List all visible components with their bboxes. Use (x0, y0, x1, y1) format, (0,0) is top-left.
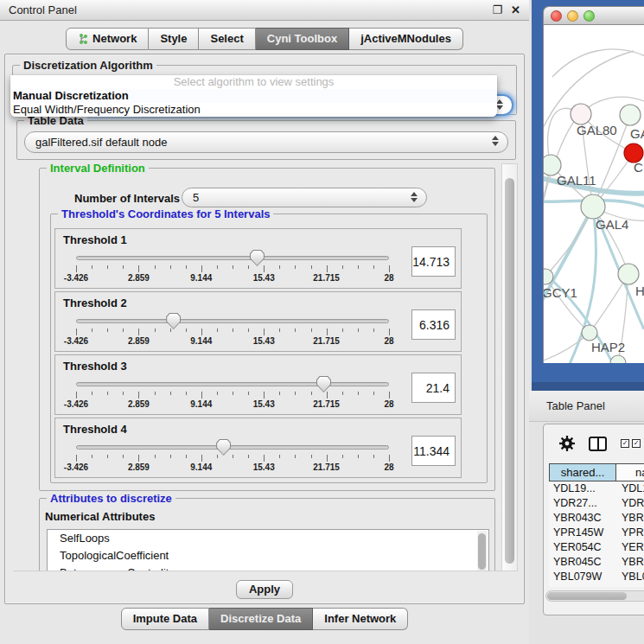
mac-zoom-button[interactable] (583, 10, 595, 22)
network-window: GAL80GACGAL11GAL4GCY1HHAP2 (543, 6, 644, 364)
threshold-slider[interactable]: -3.4262.8599.14415.4321.71528 (76, 376, 389, 414)
slider-thumb[interactable] (166, 313, 181, 329)
gear-icon[interactable] (559, 436, 575, 451)
slider-track[interactable] (76, 445, 389, 450)
network-node[interactable] (581, 194, 605, 219)
slider-track[interactable] (76, 256, 389, 260)
network-edge[interactable] (552, 49, 644, 77)
table-cell[interactable]: YDR27... (549, 496, 616, 511)
show-columns-icon[interactable] (589, 437, 607, 451)
dropdown-option-equal-width-frequency-discretization[interactable]: Equal Width/Frequency Discretization (10, 103, 497, 117)
list-scrollbar[interactable] (477, 531, 488, 571)
tab-network[interactable]: Network (66, 28, 149, 50)
threshold-value-field[interactable] (411, 246, 456, 277)
tab-select[interactable]: Select (199, 28, 255, 50)
threshold-label: Threshold 1 (63, 233, 127, 246)
node-table: shared...na YDL19...YDL1YDR27...YDR2YBR0… (549, 463, 644, 587)
threshold-slider[interactable]: -3.4262.8599.14415.4321.71528 (76, 250, 389, 288)
table-cell[interactable]: YDL1 (616, 481, 644, 496)
threshold-slider[interactable]: -3.4262.8599.14415.4321.71528 (76, 313, 389, 351)
tab-infer-network[interactable]: Infer Network (313, 608, 408, 630)
tab-cyni-toolbox[interactable]: Cyni Toolbox (256, 28, 349, 50)
slider-thumb[interactable] (316, 376, 331, 392)
mac-minimize-button[interactable] (567, 10, 578, 22)
network-window-titlebar[interactable] (543, 6, 644, 25)
threshold-slider[interactable]: -3.4262.8599.14415.4321.71528 (76, 439, 389, 477)
slider-tick-labels: -3.4262.8599.14415.4321.71528 (76, 336, 389, 347)
slider-track[interactable] (76, 319, 389, 323)
slider-thumb[interactable] (250, 250, 265, 266)
dropdown-placeholder: Select algorithm to view settings (10, 75, 497, 89)
network-node[interactable] (582, 325, 597, 341)
select-all-checkboxes-icon[interactable]: ✓✓ (621, 439, 641, 448)
tab-style[interactable]: Style (149, 28, 199, 50)
column-header-shared[interactable]: shared... (549, 463, 616, 481)
network-canvas[interactable]: GAL80GACGAL11GAL4GCY1HHAP2 (543, 25, 644, 363)
table-cell[interactable]: YLR345W (549, 584, 616, 587)
table-cell[interactable]: YDL19... (549, 481, 616, 496)
network-node[interactable] (610, 355, 626, 363)
panel-scrollbar[interactable] (501, 163, 518, 571)
table-row[interactable]: YBR045CYBR0 (549, 555, 644, 570)
interval-definition-label: Interval Definition (47, 163, 149, 175)
table-cell[interactable]: YDR2 (616, 496, 644, 511)
table-toolbar: ✓✓ (544, 424, 644, 462)
table-cell[interactable]: YER054C (549, 540, 616, 555)
table-cell[interactable]: YER0 (616, 540, 644, 555)
network-node[interactable] (620, 105, 641, 125)
network-node-label-gcy1: GCY1 (544, 285, 577, 300)
right-column: GAL80GACGAL11GAL4GCY1HHAP2 Table Panel ✓… (529, 0, 644, 644)
network-node[interactable] (618, 264, 639, 284)
table-row[interactable]: YDR27...YDR2 (549, 496, 644, 511)
slider-track[interactable] (76, 382, 389, 386)
thresholds-group-label: Threshold's Coordinates for 5 Intervals (58, 207, 273, 220)
apply-button[interactable]: Apply (236, 580, 293, 599)
table-cell[interactable]: YBL079W (549, 570, 616, 584)
table-cell[interactable]: YBR0 (616, 511, 644, 526)
threshold-value-field[interactable] (411, 436, 456, 466)
table-cell[interactable]: YBR043C (549, 511, 616, 526)
table-row[interactable]: YER054CYER0 (549, 540, 644, 555)
table-data-combobox[interactable]: galFiltered.sif default node (24, 131, 508, 153)
tab-discretize-data[interactable]: Discretize Data (209, 608, 313, 630)
tab-label: Discretize Data (220, 612, 301, 625)
column-header-na[interactable]: na (616, 463, 644, 481)
threshold-value-field[interactable] (411, 309, 456, 340)
table-row[interactable]: YBL079WYBL0 (549, 570, 644, 584)
tab-jactivemnodules[interactable]: jActiveMNodules (349, 28, 463, 50)
dropdown-option-manual-discretization[interactable]: Manual Discretization (10, 89, 497, 103)
network-node-label-hap2: HAP2 (591, 340, 625, 354)
network-node[interactable] (571, 104, 591, 124)
slider-tick-labels: -3.4262.8599.14415.4321.71528 (76, 462, 389, 473)
discretization-algorithm-label: Discretization Algorithm (20, 59, 156, 72)
table-panel-header: Table Panel (529, 391, 644, 422)
table-cell[interactable]: YBR0 (616, 555, 644, 570)
slider-thumb[interactable] (216, 439, 231, 456)
attribute-item-topologicalcoefficient[interactable]: TopologicalCoefficient (48, 547, 488, 564)
slider-tick-labels: -3.4262.8599.14415.4321.71528 (76, 273, 389, 284)
table-cell[interactable]: YLR3 (616, 584, 644, 587)
table-cell[interactable]: YBL0 (616, 570, 644, 584)
attribute-item-betweennesscentrality[interactable]: BetweennessCentrality (48, 564, 488, 571)
tab-impute-data[interactable]: Impute Data (121, 608, 209, 630)
threshold-4-box: Threshold 4-3.4262.8599.14415.4321.71528 (54, 418, 462, 478)
mac-close-button[interactable] (551, 10, 562, 22)
panel-scrollbar-thumb[interactable] (505, 178, 514, 564)
number-of-intervals-combobox[interactable]: 5 (182, 188, 427, 207)
table-row[interactable]: YPR145WYPR1 (549, 526, 644, 540)
table-row[interactable]: YBR043CYBR0 (549, 511, 644, 526)
close-panel-icon[interactable]: ✕ (511, 4, 520, 16)
network-node-label-ga: GA (630, 126, 644, 141)
table-row[interactable]: YDL19...YDL1 (549, 481, 644, 496)
table-cell[interactable]: YPR1 (616, 526, 644, 540)
table-hscrollbar-thumb[interactable] (547, 592, 627, 600)
attribute-item-selfloops[interactable]: SelfLoops (48, 530, 488, 547)
table-cell[interactable]: YPR145W (549, 526, 616, 540)
tab-label: jActiveMNodules (360, 32, 451, 45)
table-row[interactable]: YLR345WYLR3 (549, 584, 644, 587)
attributes-group: Attributes to discretize Numerical Attri… (39, 498, 495, 571)
threshold-value-field[interactable] (411, 373, 456, 403)
float-window-icon[interactable]: ❐ (492, 4, 502, 16)
table-cell[interactable]: YBR045C (549, 555, 616, 570)
table-hscrollbar[interactable] (545, 590, 644, 602)
